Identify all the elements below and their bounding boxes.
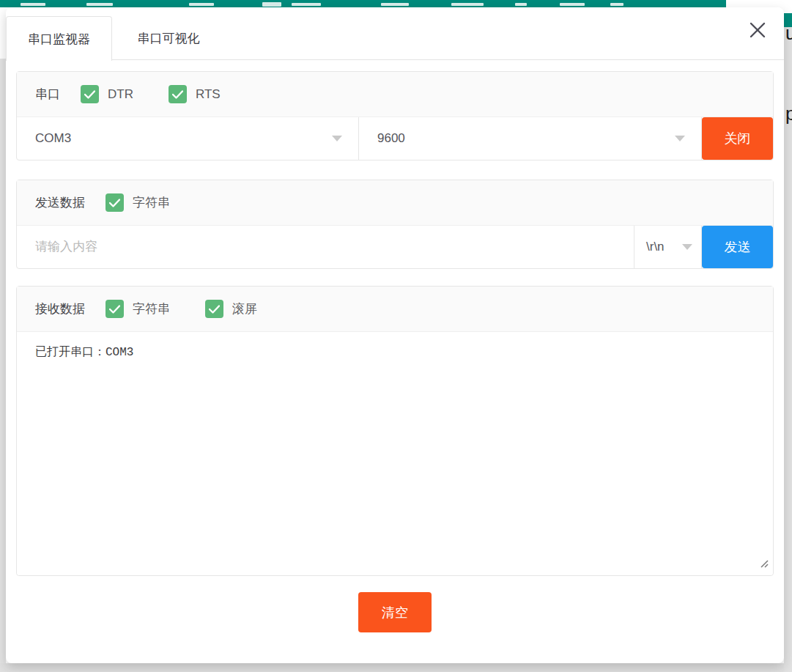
background-page-sliver: u p xyxy=(784,0,792,672)
chevron-down-icon xyxy=(332,136,342,141)
receive-string-checkbox[interactable] xyxy=(106,300,124,318)
baud-select-value: 9600 xyxy=(377,131,405,146)
serial-port-panel: 串口 DTR RTS COM3 9600 xyxy=(16,71,774,160)
port-select[interactable]: COM3 xyxy=(17,117,359,160)
log-line-value: COM3 xyxy=(106,346,133,359)
scroll-label: 滚屏 xyxy=(232,300,257,317)
dtr-label: DTR xyxy=(108,87,133,102)
toolbar-fragment xyxy=(610,3,623,6)
toolbar-fragment xyxy=(451,3,484,6)
send-input-cell xyxy=(17,226,634,268)
toolbar-fragment xyxy=(381,3,409,6)
receive-log-textarea[interactable]: 已打开串口：COM3 xyxy=(17,332,773,575)
toolbar-fragment xyxy=(292,3,321,6)
background-code-fragment: p xyxy=(785,104,792,123)
clear-button-row: 清空 xyxy=(16,592,774,632)
tab-serial-monitor[interactable]: 串口监视器 xyxy=(6,16,112,61)
background-workspace-sliver xyxy=(0,663,792,672)
close-port-button[interactable]: 关闭 xyxy=(702,117,773,160)
toolbar-fragment xyxy=(515,3,527,6)
rts-label: RTS xyxy=(196,87,221,102)
background-white-strip xyxy=(784,0,792,13)
send-data-panel: 发送数据 字符串 \r\n 发送 xyxy=(16,180,774,269)
serial-port-panel-header: 串口 DTR RTS xyxy=(17,72,773,117)
dialog-tabbar: 串口监视器 串口可视化 xyxy=(6,7,784,60)
dtr-checkbox[interactable] xyxy=(81,85,99,103)
send-string-checkbox[interactable] xyxy=(106,193,124,212)
serial-port-label: 串口 xyxy=(35,86,60,103)
send-data-label: 发送数据 xyxy=(35,194,85,211)
serial-port-row: COM3 9600 关闭 xyxy=(17,117,773,160)
screen: u p 串口监视器 串口可视化 串口 xyxy=(0,0,792,672)
background-toolbar xyxy=(0,0,726,7)
log-line-prefix: 已打开串口： xyxy=(35,345,106,358)
send-message-input[interactable] xyxy=(17,226,634,268)
receive-data-panel: 接收数据 字符串 滚屏 已打开串口：COM3 xyxy=(16,286,774,576)
chevron-down-icon xyxy=(682,244,692,250)
dialog-body: 串口 DTR RTS COM3 9600 xyxy=(6,71,784,632)
resize-handle-icon[interactable] xyxy=(759,558,769,571)
receive-data-panel-header: 接收数据 字符串 滚屏 xyxy=(17,287,773,332)
background-code-fragment: u xyxy=(785,23,792,43)
scroll-checkbox[interactable] xyxy=(205,300,223,318)
tab-serial-visualization[interactable]: 串口可视化 xyxy=(117,16,220,61)
line-ending-value: \r\n xyxy=(646,240,665,254)
port-select-value: COM3 xyxy=(35,131,71,146)
toolbar-fragment xyxy=(189,3,214,6)
send-button[interactable]: 发送 xyxy=(702,226,773,268)
rts-checkbox[interactable] xyxy=(169,85,187,103)
toolbar-fragment xyxy=(262,2,281,7)
line-ending-select[interactable]: \r\n xyxy=(634,226,702,268)
clear-button[interactable]: 清空 xyxy=(358,592,432,632)
close-icon[interactable] xyxy=(749,21,766,39)
receive-string-label: 字符串 xyxy=(133,300,170,317)
background-workspace-sliver xyxy=(0,59,6,672)
receive-data-label: 接收数据 xyxy=(35,300,85,317)
serial-monitor-dialog: 串口监视器 串口可视化 串口 DTR xyxy=(6,7,784,663)
send-data-row: \r\n 发送 xyxy=(17,226,773,268)
send-data-panel-header: 发送数据 字符串 xyxy=(17,180,773,226)
baud-select[interactable]: 9600 xyxy=(359,117,702,160)
toolbar-fragment xyxy=(86,3,113,6)
toolbar-fragment xyxy=(21,3,45,6)
send-string-label: 字符串 xyxy=(133,194,170,211)
toolbar-fragment xyxy=(560,3,585,6)
chevron-down-icon xyxy=(675,136,685,141)
